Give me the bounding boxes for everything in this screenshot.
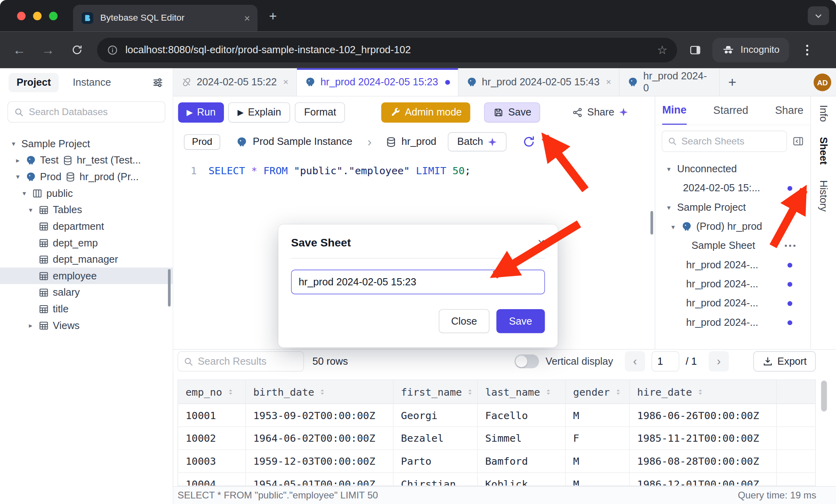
new-tab-button[interactable]: + <box>264 8 281 25</box>
chevron-right-icon[interactable]: ▸ <box>27 321 35 329</box>
chevron-down-icon[interactable]: ▾ <box>14 173 22 181</box>
close-icon[interactable]: × <box>538 237 545 249</box>
chevron-down-icon[interactable]: ▾ <box>27 206 35 214</box>
database-search-box[interactable] <box>8 101 166 123</box>
filter-icon[interactable] <box>151 76 164 89</box>
table-row[interactable]: 100031959-12-03T00:00:00ZPartoBamfordM19… <box>178 450 815 473</box>
export-button[interactable]: Export <box>753 351 816 371</box>
chevron-down-icon[interactable]: ▾ <box>669 223 677 231</box>
environment-chip[interactable]: Prod <box>184 134 220 150</box>
close-tab-icon[interactable]: × <box>244 13 250 23</box>
database-name[interactable]: hr_prod <box>401 136 436 148</box>
table-row[interactable]: 100041954-05-01T00:00:00ZChirstianKoblic… <box>178 473 815 486</box>
admin-mode-button[interactable]: Admin mode <box>381 102 470 122</box>
tree-item-views[interactable]: ▸ Views <box>0 317 173 334</box>
sheet-search-input[interactable] <box>681 136 781 147</box>
add-worksheet-button[interactable]: + <box>720 68 745 96</box>
sync-schema-icon[interactable] <box>522 135 535 148</box>
table-row[interactable]: 100011953-09-02T00:00:00ZGeorgiFacelloM1… <box>178 404 815 427</box>
tree-item-test-database[interactable]: ▸ Test hr_test (Test... <box>0 152 173 169</box>
rail-tab-info[interactable]: Info <box>818 105 830 122</box>
sheet-name-input[interactable] <box>291 270 545 294</box>
chevron-down-icon[interactable]: ▾ <box>665 203 673 211</box>
tree-item-table-title[interactable]: title <box>0 301 173 317</box>
close-icon[interactable]: × <box>283 77 288 87</box>
save-button[interactable]: Save <box>484 102 540 122</box>
tab-search-chevron-icon[interactable] <box>808 6 829 25</box>
tab-instance[interactable]: Instance <box>73 77 111 88</box>
traffic-light-minimize[interactable] <box>33 12 41 20</box>
column-header-hire-date[interactable]: hire_date <box>630 380 777 404</box>
column-header-first-name[interactable]: first_name <box>393 380 478 404</box>
sheet-item[interactable]: hr_prod 2024-... <box>655 294 811 313</box>
tree-item-table-dept-manager[interactable]: dept_manager <box>0 251 173 268</box>
tree-item-prod-database[interactable]: ▾ Prod hr_prod (Pr... <box>0 168 173 185</box>
reload-button[interactable] <box>66 39 88 61</box>
format-button[interactable]: Format <box>295 102 345 122</box>
sheet-database-node[interactable]: ▾ (Prod) hr_prod <box>655 217 811 236</box>
page-number-input[interactable] <box>651 351 679 371</box>
sheet-item[interactable]: hr_prod 2024-... <box>655 275 811 294</box>
worksheet-tab-active[interactable]: hr_prod 2024-02-05 15:23 <box>297 68 458 96</box>
vertical-display-toggle[interactable] <box>514 354 539 368</box>
browser-tab[interactable]: Bytebase SQL Editor × <box>73 5 258 31</box>
forward-button[interactable]: → <box>37 39 59 61</box>
sheet-item[interactable]: 2024-02-05 15:... <box>655 179 811 198</box>
sheet-item-sample-sheet[interactable]: Sample Sheet <box>655 236 811 255</box>
results-search-input[interactable] <box>198 356 298 367</box>
worksheet-tab[interactable]: hr_prod 2024-02-05 15:43 × <box>458 68 620 96</box>
sheet-group-project[interactable]: ▾ Sample Project <box>655 198 811 217</box>
dialog-close-button[interactable]: Close <box>439 309 489 333</box>
site-info-icon[interactable] <box>107 44 119 56</box>
results-search-box[interactable] <box>177 351 304 371</box>
tree-item-schema-public[interactable]: ▾ public <box>0 185 173 202</box>
run-button[interactable]: ▶ Run <box>178 102 224 122</box>
bookmark-star-icon[interactable]: ☆ <box>657 43 668 57</box>
sheet-group-unconnected[interactable]: ▾ Unconnected <box>655 160 811 179</box>
traffic-light-close[interactable] <box>17 12 25 20</box>
tree-item-table-salary[interactable]: salary <box>0 284 173 301</box>
sheet-search-box[interactable] <box>662 131 787 152</box>
browser-menu-icon[interactable] <box>797 44 817 55</box>
tree-item-table-department[interactable]: department <box>0 218 173 235</box>
tab-share[interactable]: Share <box>775 96 803 125</box>
tree-item-tables[interactable]: ▾ Tables <box>0 202 173 218</box>
tab-project[interactable]: Project <box>8 73 59 92</box>
url-box[interactable]: localhost:8080/sql-editor/prod-sample-in… <box>97 38 677 62</box>
table-scrollbar[interactable] <box>821 381 827 412</box>
close-icon[interactable]: × <box>606 77 611 87</box>
batch-button[interactable]: Batch <box>448 132 507 151</box>
traffic-light-zoom[interactable] <box>49 12 58 20</box>
instance-name[interactable]: Prod Sample Instance <box>253 136 353 148</box>
column-header-gender[interactable]: gender <box>566 380 630 404</box>
sheet-item[interactable]: hr_prod 2024-... <box>655 313 811 332</box>
chevron-down-icon[interactable]: ▾ <box>20 189 28 197</box>
sheet-item[interactable]: hr_prod 2024-... <box>655 255 811 274</box>
share-button[interactable]: Share <box>564 102 637 122</box>
tree-item-project[interactable]: ▾ Sample Project <box>0 135 173 152</box>
tree-item-table-dept-emp[interactable]: dept_emp <box>0 235 173 251</box>
rail-tab-sheet[interactable]: Sheet <box>818 137 830 165</box>
chevron-down-icon[interactable]: ▾ <box>665 165 673 173</box>
back-button[interactable]: ← <box>8 39 30 61</box>
column-header-emp-no[interactable]: emp_no <box>178 380 246 404</box>
tree-item-table-employee[interactable]: employee <box>0 267 173 284</box>
column-header-birth-date[interactable]: birth_date <box>246 380 393 404</box>
prev-page-button[interactable]: ‹ <box>625 351 645 371</box>
side-panel-icon[interactable] <box>689 43 701 56</box>
rail-tab-history[interactable]: History <box>818 181 830 212</box>
column-header-last-name[interactable]: last_name <box>478 380 566 404</box>
explain-button[interactable]: ▶ Explain <box>228 102 290 122</box>
user-avatar[interactable]: AD <box>814 73 831 91</box>
database-search-input[interactable] <box>29 106 159 117</box>
dialog-save-button[interactable]: Save <box>496 309 545 333</box>
panel-resize-handle[interactable] <box>651 211 653 235</box>
next-page-button[interactable]: › <box>709 351 729 371</box>
chevron-down-icon[interactable]: ▾ <box>10 140 17 148</box>
sidebar-resize-handle[interactable] <box>168 269 171 306</box>
worksheet-tab-unconnected[interactable]: 2024-02-05 15:22 × <box>173 68 297 96</box>
tab-mine[interactable]: Mine <box>662 96 686 125</box>
collapse-panel-icon[interactable] <box>792 135 804 147</box>
table-row[interactable]: 100021964-06-02T00:00:00ZBezalelSimmelF1… <box>178 427 815 450</box>
chevron-right-icon[interactable]: ▸ <box>14 156 22 164</box>
